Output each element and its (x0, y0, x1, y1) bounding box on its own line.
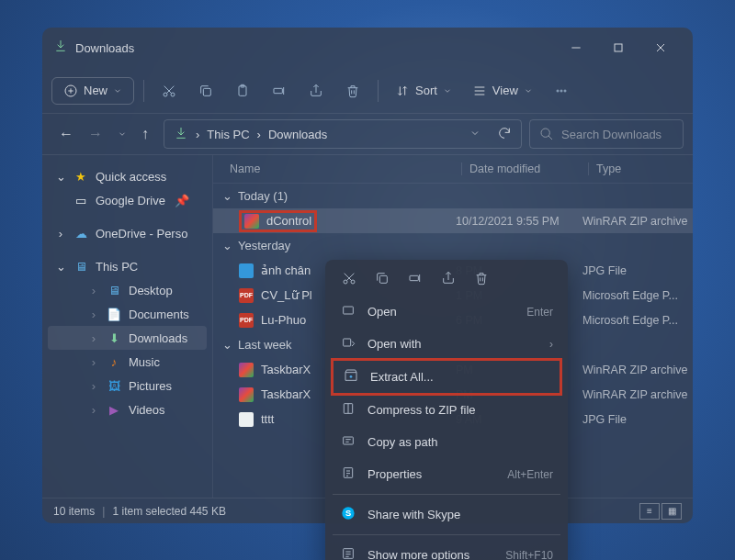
txt-icon (239, 412, 254, 427)
highlight-extract-all: Extract All... (331, 358, 562, 396)
status-selection: 1 item selected 445 KB (112, 505, 225, 518)
refresh-button[interactable] (497, 126, 512, 143)
sidebar-desktop[interactable]: ›🖥Desktop (48, 278, 207, 302)
ctx-open[interactable]: OpenEnter (331, 296, 562, 328)
toolbar: New Sort View (42, 68, 693, 114)
sidebar-documents[interactable]: ›📄Documents (48, 302, 207, 326)
svg-point-10 (564, 90, 566, 92)
ctx-delete-icon[interactable] (472, 271, 491, 288)
delete-icon[interactable] (337, 75, 368, 106)
svg-rect-17 (344, 339, 351, 346)
file-row-dcontrol[interactable]: dControl 10/12/2021 9:55 PM WinRAR ZIP a… (213, 208, 693, 233)
more-icon[interactable] (546, 75, 577, 106)
svg-rect-4 (203, 88, 210, 95)
sidebar-music[interactable]: ›♪Music (48, 350, 207, 374)
group-today[interactable]: ⌄Today (1) (213, 184, 693, 208)
pdf-icon: PDF (239, 313, 254, 328)
window-title: Downloads (75, 41, 555, 55)
back-button[interactable]: ← (59, 126, 74, 142)
jpg-icon (239, 263, 254, 278)
downloads-icon (53, 39, 68, 57)
maximize-button[interactable] (597, 33, 639, 62)
highlight-dcontrol: dControl (239, 210, 317, 232)
pdf-icon: PDF (239, 288, 254, 303)
up-button[interactable]: ↑ (141, 126, 149, 142)
ctx-share-icon[interactable] (439, 271, 458, 288)
sidebar-google-drive[interactable]: ▭Google Drive📌 (48, 188, 207, 212)
winrar-icon (239, 363, 254, 377)
address-bar[interactable]: › This PC › Downloads (164, 119, 522, 149)
column-type[interactable]: Type (588, 162, 676, 175)
ctx-compress[interactable]: Compress to ZIP file (331, 394, 562, 426)
svg-rect-15 (410, 275, 418, 280)
nav-arrows: ← → ↑ (51, 126, 156, 142)
sidebar-this-pc[interactable]: ⌄🖥This PC (48, 254, 207, 278)
paste-icon[interactable] (227, 75, 258, 106)
column-date[interactable]: Date modified (461, 162, 588, 175)
column-headers: Name Date modified Type (213, 155, 693, 184)
path-this-pc[interactable]: This PC (207, 128, 249, 141)
svg-text:S: S (345, 509, 351, 518)
large-icons-view-icon[interactable]: ▦ (662, 503, 682, 520)
navigation-bar: ← → ↑ › This PC › Downloads Search Downl… (42, 114, 693, 154)
new-button[interactable]: New (51, 77, 134, 105)
sort-button[interactable]: Sort (388, 78, 459, 104)
cut-icon[interactable] (153, 75, 185, 106)
sidebar-quick-access[interactable]: ⌄★Quick access (48, 164, 207, 188)
copy-icon[interactable] (190, 75, 221, 106)
ctx-skype[interactable]: SShare with Skype (331, 498, 562, 531)
ctx-properties[interactable]: PropertiesAlt+Enter (331, 458, 562, 490)
search-box[interactable]: Search Downloads (529, 119, 684, 149)
sidebar-videos[interactable]: ›▶Videos (48, 398, 207, 421)
details-view-icon[interactable]: ≡ (639, 503, 660, 520)
winrar-icon (239, 387, 254, 402)
view-button[interactable]: View (465, 78, 540, 104)
winrar-icon (244, 214, 259, 229)
svg-rect-7 (274, 88, 282, 93)
title-bar: Downloads (42, 28, 693, 68)
svg-rect-0 (615, 44, 622, 51)
sidebar: ⌄★Quick access ▭Google Drive📌 ›☁OneDrive… (42, 155, 213, 498)
svg-point-11 (541, 129, 549, 137)
sidebar-onedrive[interactable]: ›☁OneDrive - Perso (48, 221, 207, 245)
status-item-count: 10 items (53, 505, 95, 518)
svg-point-18 (350, 375, 353, 378)
ctx-copy-icon[interactable] (373, 271, 391, 288)
minimize-button[interactable] (555, 33, 597, 62)
ctx-cut-icon[interactable] (340, 271, 358, 288)
svg-point-9 (560, 90, 562, 92)
path-dropdown-icon[interactable] (469, 128, 481, 141)
context-menu-quick-actions (331, 265, 562, 296)
ctx-more-options[interactable]: Show more optionsShift+F10 (331, 539, 562, 560)
share-icon[interactable] (300, 75, 332, 106)
column-name[interactable]: Name (230, 162, 461, 175)
context-menu: OpenEnter Open with› Extract All... Comp… (325, 260, 568, 560)
downloads-path-icon (174, 126, 188, 143)
path-downloads[interactable]: Downloads (268, 128, 327, 141)
forward-button[interactable]: → (88, 126, 103, 142)
sidebar-downloads[interactable]: ›⬇Downloads (48, 326, 207, 350)
svg-rect-14 (379, 275, 387, 283)
svg-point-8 (557, 90, 559, 92)
rename-icon[interactable] (264, 75, 295, 106)
ctx-extract-all[interactable]: Extract All... (334, 361, 560, 393)
sidebar-pictures[interactable]: ›🖼Pictures (48, 374, 207, 398)
close-button[interactable] (639, 33, 682, 62)
ctx-rename-icon[interactable] (406, 271, 424, 288)
search-placeholder: Search Downloads (561, 128, 662, 141)
recent-button[interactable] (118, 126, 127, 142)
ctx-copy-path[interactable]: Copy as path (331, 426, 562, 458)
svg-rect-16 (344, 307, 354, 314)
ctx-open-with[interactable]: Open with› (331, 328, 562, 360)
svg-rect-20 (344, 437, 354, 444)
group-yesterday[interactable]: ⌄Yesterday (213, 233, 693, 258)
